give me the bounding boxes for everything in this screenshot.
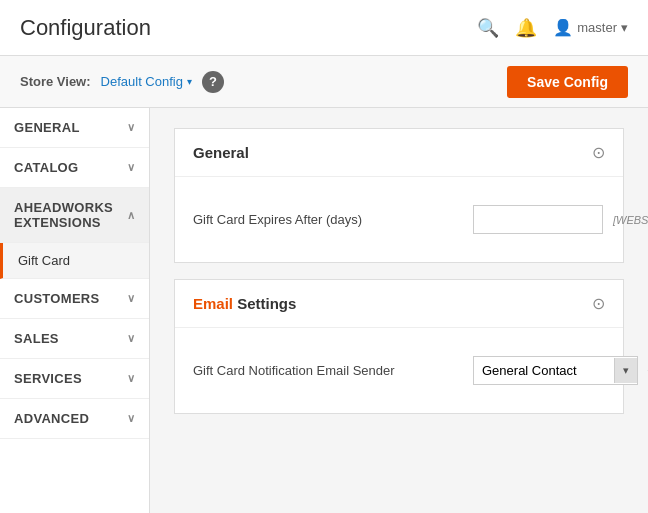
chevron-down-icon	[127, 292, 135, 305]
chevron-down-icon	[127, 161, 135, 174]
form-row-gift-card-expires: Gift Card Expires After (days) [WEBSITE]	[193, 193, 605, 246]
user-menu[interactable]: 👤 master ▾	[553, 18, 628, 37]
select-arrow-button[interactable]: ▾	[614, 358, 637, 383]
sidebar-item-general[interactable]: GENERAL	[0, 108, 149, 148]
section-general: General ⊙ Gift Card Expires After (days)…	[174, 128, 624, 263]
sidebar-item-customers[interactable]: CUSTOMERS	[0, 279, 149, 319]
sidebar-item-label: AHEADWORKS EXTENSIONS	[14, 200, 127, 230]
chevron-down-icon	[127, 332, 135, 345]
chevron-up-icon	[127, 209, 135, 222]
section-general-header[interactable]: General ⊙	[175, 129, 623, 177]
save-config-button[interactable]: Save Config	[507, 66, 628, 98]
user-label: master	[577, 20, 617, 35]
chevron-down-icon	[127, 121, 135, 134]
store-view-value: Default Config	[101, 74, 183, 89]
form-row-notification-sender: Gift Card Notification Email Sender Gene…	[193, 344, 605, 397]
section-general-title: General	[193, 144, 249, 161]
form-control-group: [WEBSITE]	[473, 205, 648, 234]
notification-sender-label: Gift Card Notification Email Sender	[193, 363, 473, 378]
collapse-icon: ⊙	[592, 294, 605, 313]
sidebar-item-label: ADVANCED	[14, 411, 89, 426]
section-email-header[interactable]: Email Settings ⊙	[175, 280, 623, 328]
page-title: Configuration	[20, 15, 151, 41]
sidebar: GENERAL CATALOG AHEADWORKS EXTENSIONS Gi…	[0, 108, 150, 513]
section-general-body: Gift Card Expires After (days) [WEBSITE]	[175, 177, 623, 262]
sidebar-subitem-label: Gift Card	[18, 253, 70, 268]
store-view-left: Store View: Default Config ▾ ?	[20, 71, 224, 93]
notification-sender-select[interactable]: General Contact Sales Representative Cus…	[474, 357, 614, 384]
sidebar-item-label: CATALOG	[14, 160, 78, 175]
sidebar-item-catalog[interactable]: CATALOG	[0, 148, 149, 188]
chevron-down-icon	[127, 372, 135, 385]
sidebar-item-aheadworks[interactable]: AHEADWORKS EXTENSIONS	[0, 188, 149, 243]
bell-icon[interactable]: 🔔	[515, 17, 537, 39]
sidebar-item-sales[interactable]: SALES	[0, 319, 149, 359]
store-view-bar: Store View: Default Config ▾ ? Save Conf…	[0, 56, 648, 108]
section-email-title-suffix: Settings	[233, 295, 296, 312]
store-view-label: Store View:	[20, 74, 91, 89]
form-control-group: General Contact Sales Representative Cus…	[473, 356, 648, 385]
chevron-down-icon	[127, 412, 135, 425]
select-wrapper: General Contact Sales Representative Cus…	[473, 356, 638, 385]
section-email-body: Gift Card Notification Email Sender Gene…	[175, 328, 623, 413]
content-area: General ⊙ Gift Card Expires After (days)…	[150, 108, 648, 513]
sidebar-item-services[interactable]: SERVICES	[0, 359, 149, 399]
gift-card-expires-label: Gift Card Expires After (days)	[193, 212, 473, 227]
section-email-title-prefix: Email	[193, 295, 233, 312]
sidebar-item-label: GENERAL	[14, 120, 80, 135]
scope-badge-website: [WEBSITE]	[613, 214, 648, 226]
gift-card-expires-input[interactable]	[473, 205, 603, 234]
store-view-dropdown[interactable]: Default Config ▾	[101, 74, 192, 89]
sidebar-item-label: SERVICES	[14, 371, 82, 386]
top-header: Configuration 🔍 🔔 👤 master ▾	[0, 0, 648, 56]
sidebar-item-label: SALES	[14, 331, 59, 346]
section-email-settings: Email Settings ⊙ Gift Card Notification …	[174, 279, 624, 414]
section-email-title: Email Settings	[193, 295, 296, 312]
user-arrow-icon: ▾	[621, 20, 628, 35]
sidebar-item-label: CUSTOMERS	[14, 291, 100, 306]
help-icon[interactable]: ?	[202, 71, 224, 93]
collapse-icon: ⊙	[592, 143, 605, 162]
search-icon[interactable]: 🔍	[477, 17, 499, 39]
main-layout: GENERAL CATALOG AHEADWORKS EXTENSIONS Gi…	[0, 108, 648, 513]
header-icons: 🔍 🔔 👤 master ▾	[477, 17, 628, 39]
store-view-arrow-icon: ▾	[187, 76, 192, 87]
sidebar-item-advanced[interactable]: ADVANCED	[0, 399, 149, 439]
sidebar-subitem-gift-card[interactable]: Gift Card	[0, 243, 149, 279]
user-icon: 👤	[553, 18, 573, 37]
